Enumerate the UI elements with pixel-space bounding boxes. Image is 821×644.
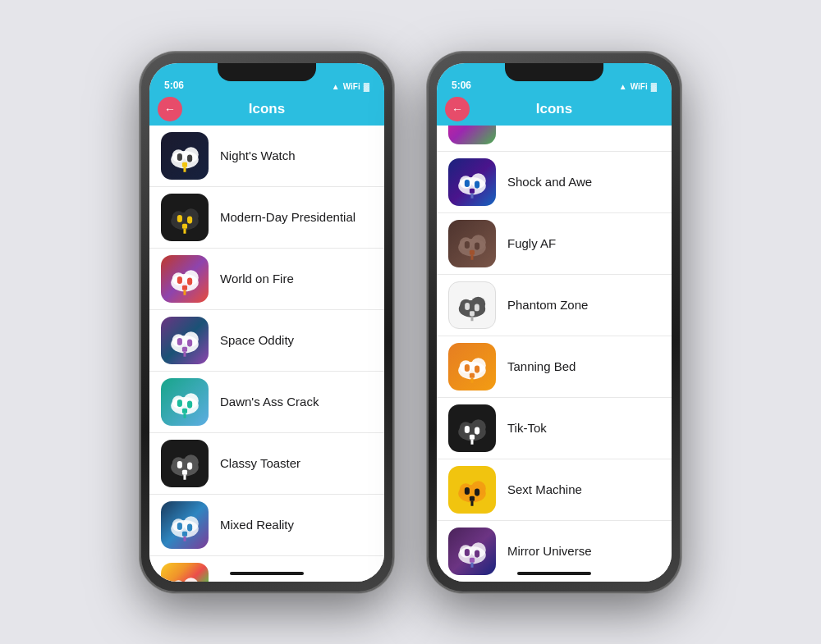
svg-rect-31 — [177, 399, 182, 406]
list-item[interactable]: Tik-Tok — [437, 398, 672, 459]
status-icons-2: ▲ WiFi ▓ — [619, 82, 657, 91]
list-item[interactable]: Mixed Reality — [149, 495, 384, 556]
svg-rect-26 — [182, 346, 187, 351]
svg-rect-96 — [470, 496, 475, 500]
phone-1: 5:06 ▲ WiFi ▓ ← Icons — [140, 52, 394, 593]
icon-label-unicorn-barf: Unicorn Barf — [220, 579, 288, 582]
list-item[interactable]: Space Oddity — [149, 310, 384, 372]
phone-frame-2: 5:06 ▲ WiFi ▓ ← Icons — [427, 52, 681, 593]
svg-rect-75 — [470, 311, 475, 316]
nav-bar-2: ← Icons — [437, 94, 672, 126]
app-icon-shock-awe — [448, 158, 496, 206]
svg-rect-18 — [187, 277, 192, 285]
icon-label-world-fire: World on Fire — [220, 272, 294, 285]
nav-title-2: Icons — [536, 101, 572, 117]
list-item[interactable]: Shock and Awe — [437, 152, 672, 213]
nav-title-1: Icons — [249, 101, 285, 117]
svg-rect-89 — [470, 434, 475, 439]
app-icon-classy-toaster — [161, 440, 209, 487]
svg-point-51 — [183, 578, 198, 582]
app-icon-phantom-zone — [448, 281, 496, 329]
list-item[interactable]: Phantom Zone — [437, 275, 672, 336]
wifi-icon: WiFi — [343, 82, 360, 91]
svg-rect-60 — [475, 180, 479, 188]
svg-rect-81 — [475, 365, 479, 372]
svg-rect-88 — [475, 427, 479, 434]
svg-rect-40 — [182, 469, 187, 474]
svg-rect-46 — [187, 523, 192, 531]
app-icon-fugly-af — [448, 220, 496, 267]
svg-rect-11 — [187, 216, 192, 223]
phone-frame-1: 5:06 ▲ WiFi ▓ ← Icons — [140, 52, 394, 593]
app-icon-world-fire — [161, 255, 209, 303]
svg-rect-80 — [465, 363, 470, 371]
phone-screen-1: 5:06 ▲ WiFi ▓ ← Icons — [149, 63, 384, 582]
icon-label-modern-day: Modern-Day Presidential — [220, 210, 355, 224]
app-icon-mirror-universe — [448, 528, 496, 575]
signal-icon: ▲ — [332, 82, 340, 91]
icon-label-mixed-reality: Mixed Reality — [220, 518, 294, 532]
svg-rect-19 — [182, 285, 187, 290]
status-icons-1: ▲ WiFi ▓ — [332, 82, 369, 91]
app-icon-unicorn-barf — [161, 563, 209, 582]
back-button-1[interactable]: ← — [158, 97, 182, 121]
svg-rect-38 — [177, 460, 182, 468]
battery-icon: ▓ — [364, 82, 369, 91]
wifi-icon-2: WiFi — [631, 82, 648, 91]
svg-rect-59 — [465, 179, 470, 186]
nav-bar-1: ← Icons — [149, 94, 384, 126]
battery-icon-2: ▓ — [651, 82, 657, 91]
icon-list-2: Shock and Awe — [437, 152, 672, 582]
list-item[interactable]: Unicorn Barf — [149, 556, 384, 582]
phone-notch-2 — [505, 63, 603, 81]
list-item[interactable]: World on Fire — [149, 249, 384, 310]
svg-rect-61 — [470, 188, 475, 193]
phone-screen-2: 5:06 ▲ WiFi ▓ ← Icons — [437, 63, 672, 582]
home-indicator-1 — [230, 572, 304, 575]
svg-rect-102 — [475, 550, 479, 557]
svg-rect-39 — [187, 462, 192, 469]
svg-rect-94 — [465, 486, 470, 494]
list-item[interactable]: Modern-Day Presidential — [149, 187, 384, 249]
home-indicator-2 — [517, 572, 591, 575]
icon-label-tanning-bed: Tanning Bed — [507, 359, 576, 373]
svg-rect-66 — [465, 240, 470, 248]
icon-label-tik-tok: Tik-Tok — [507, 421, 547, 435]
app-icon-tanning-bed — [448, 343, 496, 391]
status-time-2: 5:06 — [452, 80, 471, 91]
phone-2: 5:06 ▲ WiFi ▓ ← Icons — [427, 52, 681, 593]
app-icon-nights-watch — [161, 132, 209, 180]
list-item[interactable]: Classy Toaster — [149, 433, 384, 495]
svg-rect-4 — [187, 154, 192, 162]
svg-rect-67 — [475, 242, 479, 249]
svg-rect-82 — [470, 372, 475, 377]
app-icon-space-oddity — [161, 317, 209, 364]
svg-rect-101 — [465, 548, 470, 555]
list-item[interactable]: Tanning Bed — [437, 336, 672, 398]
list-item[interactable]: Fugly AF — [437, 213, 672, 275]
icon-label-sext-machine: Sext Machine — [507, 482, 582, 496]
svg-rect-32 — [187, 400, 192, 408]
icon-label-classy-toaster: Classy Toaster — [220, 456, 300, 470]
status-time-1: 5:06 — [164, 80, 184, 91]
icon-list-1: Night's Watch — [149, 126, 384, 582]
list-item[interactable]: Sext Machine — [437, 459, 672, 521]
app-icon-tik-tok — [448, 404, 496, 452]
svg-rect-95 — [475, 488, 479, 496]
svg-point-50 — [172, 580, 185, 582]
svg-rect-45 — [177, 522, 182, 529]
svg-rect-73 — [465, 303, 470, 310]
svg-rect-103 — [470, 557, 475, 562]
back-button-2[interactable]: ← — [445, 97, 470, 121]
svg-rect-33 — [182, 408, 187, 413]
app-icon-modern-day — [161, 194, 209, 241]
list-item[interactable]: Dawn's Ass Crack — [149, 372, 384, 433]
list-item[interactable]: Night's Watch — [149, 126, 384, 187]
icon-label-nights-watch: Night's Watch — [220, 148, 296, 162]
phone-notch-1 — [218, 63, 316, 81]
svg-rect-74 — [475, 304, 479, 311]
svg-rect-3 — [177, 153, 182, 160]
icon-label-dawns-crack: Dawn's Ass Crack — [220, 395, 319, 409]
icon-label-shock-awe: Shock and Awe — [507, 175, 592, 189]
svg-rect-12 — [182, 223, 187, 228]
